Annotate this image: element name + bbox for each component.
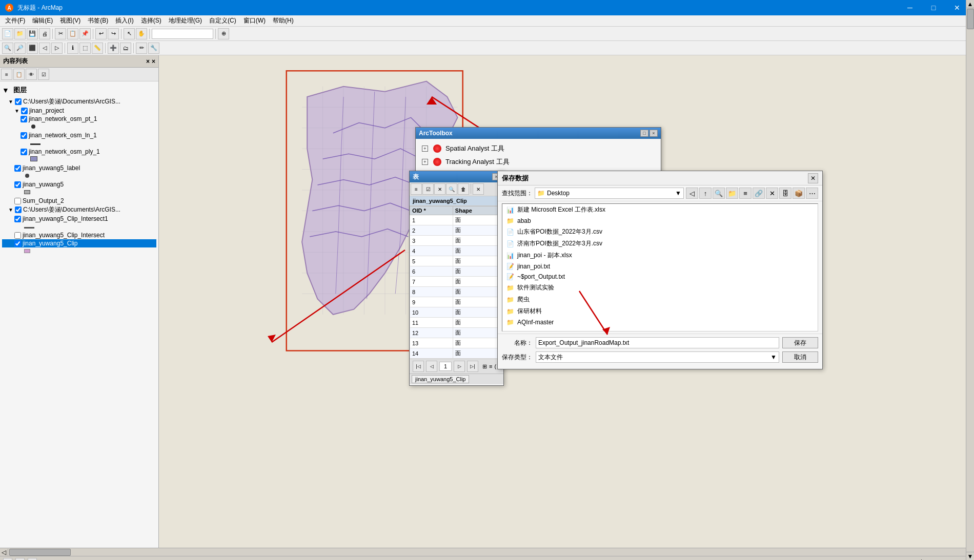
undo-btn[interactable]: ↩ [95, 28, 107, 39]
dialog-disconnect-btn[interactable]: ✕ [766, 188, 778, 199]
pointer-btn[interactable]: ↖ [124, 28, 135, 39]
measure-btn[interactable]: 📏 [92, 43, 103, 54]
file-item-4[interactable]: 📊jinan_poi - 副本.xlsx [502, 250, 818, 261]
arctoolbox-btn[interactable]: 🔧 [148, 43, 159, 54]
scale-input[interactable]: 1:1, 500, 00 [152, 29, 213, 39]
save-dialog-titlebar[interactable]: 保存数据 ✕ [498, 171, 822, 185]
toc-jinan-project[interactable]: ▼ jinan_project [2, 107, 156, 115]
menu-window[interactable]: 窗口(W) [240, 15, 269, 26]
dialog-back-btn[interactable]: ◁ [686, 188, 698, 199]
zoom-full-btn[interactable]: ⊕ [218, 28, 229, 39]
toc-content[interactable]: ▼ 图层 ▼ C:\Users\姜涵\Documents\ArcGIS... ▼… [0, 81, 158, 548]
scrollbar-thumb[interactable] [967, 9, 974, 29]
toc-layer-ply1-checkbox[interactable] [21, 149, 27, 155]
file-item-10[interactable]: 📁AQInf-master [502, 317, 818, 327]
full-extent-btn[interactable]: ⬛ [27, 43, 38, 54]
toc-layer-sum-checkbox[interactable] [14, 198, 21, 204]
toc-list-by-source-btn[interactable]: 📋 [13, 69, 25, 80]
table-zoom-btn[interactable]: 🔍 [446, 183, 457, 195]
col-oid[interactable]: OID * [410, 206, 453, 215]
select-features-btn[interactable]: ⬚ [79, 43, 91, 54]
menu-view[interactable]: 视图(V) [57, 15, 84, 26]
toc-dock-btn[interactable]: × [146, 58, 150, 65]
file-item-0[interactable]: 📊新建 Microsoft Excel 工作表.xlsx [502, 204, 818, 216]
toc-layer-pt1[interactable]: jinan_network_osm_pt_1 [2, 115, 156, 123]
toc-layer-label-checkbox[interactable] [14, 165, 21, 172]
menu-help[interactable]: 帮助(H) [270, 15, 297, 26]
scrollbar-up-btn[interactable]: ▲ [966, 0, 974, 8]
table-prev-btn[interactable]: ◁ [426, 361, 437, 372]
copy-btn[interactable]: 📋 [67, 28, 78, 39]
arctoolbox-titlebar-btns[interactable]: □ × [640, 130, 658, 137]
redo-btn[interactable]: ↪ [108, 28, 119, 39]
scrollbar-down-btn[interactable]: ▼ [966, 552, 974, 560]
toc-layer-pt1-checkbox[interactable] [21, 116, 27, 122]
identify-btn[interactable]: ℹ [67, 43, 78, 54]
toc-list-by-visibility-btn[interactable]: 👁 [26, 69, 37, 80]
toc-layer-sum[interactable]: Sum_Output_2 [2, 197, 156, 205]
menu-bookmark[interactable]: 书签(B) [85, 15, 111, 26]
filename-input[interactable] [536, 337, 779, 348]
table-page-input[interactable] [439, 362, 452, 371]
type-dropdown-arrow[interactable]: ▼ [770, 354, 777, 361]
menu-select[interactable]: 选择(S) [138, 15, 165, 26]
menu-insert[interactable]: 插入(I) [112, 15, 136, 26]
file-item-2[interactable]: 📄山东省POI数据_2022年3月.csv [502, 226, 818, 238]
next-extent-btn[interactable]: ▷ [51, 43, 63, 54]
toc-layer-intersect1[interactable]: jinan_yuwang5_Clip_Intersect1 [2, 215, 156, 223]
location-dropdown-arrow[interactable]: ▼ [675, 190, 681, 197]
scroll-thumb-h[interactable] [9, 549, 71, 556]
dialog-new-folder-btn[interactable]: 📁 [726, 188, 738, 199]
table-options-btn[interactable]: ≡ [411, 183, 422, 195]
arctoolbox-minimize-btn[interactable]: □ [640, 130, 648, 137]
filetype-select[interactable]: 文本文件 ▼ [536, 351, 779, 363]
toc-group-1[interactable]: ▼ C:\Users\姜涵\Documents\ArcGIS... [2, 97, 156, 107]
cut-btn[interactable]: ✂ [55, 28, 66, 39]
vertical-scrollbar[interactable]: ▲ ▼ [966, 0, 974, 560]
toc-layer-clip-checkbox[interactable] [14, 240, 21, 247]
file-item-1[interactable]: 📁abab [502, 216, 818, 226]
pan-btn[interactable]: ✋ [136, 28, 147, 39]
toolbox-item-spatial[interactable]: + Spatial Analyst 工具 [419, 142, 658, 155]
toc-layer-ply1[interactable]: jinan_network_osm_ply_1 [2, 148, 156, 156]
toc-jinan-project-checkbox[interactable] [21, 108, 28, 114]
table-next-btn[interactable]: ▷ [454, 361, 465, 372]
toc-layer-label[interactable]: jinan_yuwang5_label [2, 164, 156, 172]
table-close-btn2[interactable]: ✕ [473, 183, 484, 195]
arctoolbox-close-btn[interactable]: × [650, 130, 658, 137]
map-area[interactable]: ArcToolbox □ × + Spatial Analyst 工具 + Tr… [159, 55, 974, 548]
dialog-view-btn[interactable]: ≡ [739, 188, 752, 199]
horizontal-scrollbar[interactable]: ◁ ▷ [0, 548, 974, 556]
new-btn[interactable]: 📄 [2, 28, 13, 39]
toc-close-btn[interactable]: × [152, 58, 155, 65]
file-item-6[interactable]: 📝~$port_Output.txt [502, 272, 818, 282]
file-item-5[interactable]: 📝jinan_poi.txt [502, 261, 818, 272]
table-list-btn[interactable]: ≡ [489, 363, 492, 369]
status-btn-1[interactable]: ⊕ [3, 558, 12, 561]
dialog-gdb-btn[interactable]: 🗄 [779, 188, 792, 199]
toc-list-by-drawing-btn[interactable]: ≡ [1, 69, 12, 80]
file-item-9[interactable]: 📁保研材料 [502, 305, 818, 317]
file-item-3[interactable]: 📄济南市POI数据_2022年3月.csv [502, 238, 818, 250]
table-titlebar[interactable]: 表 × [410, 171, 503, 182]
cancel-button[interactable]: 取消 [782, 351, 818, 363]
toc-layer-intersect-checkbox[interactable] [14, 232, 21, 239]
toc-list-by-selection-btn[interactable]: ☑ [38, 69, 49, 80]
toc-layer-intersect[interactable]: jinan_yuwang5_Clip_Intersect [2, 231, 156, 239]
table-tab[interactable]: jinan_yuwang5_Clip [412, 375, 469, 383]
file-item-7[interactable]: 📁软件测试实验 [502, 282, 818, 294]
maximize-button[interactable]: □ [922, 0, 945, 15]
dialog-fgdb-btn[interactable]: 📦 [793, 188, 805, 199]
save-button[interactable]: 保存 [782, 337, 818, 348]
menu-geoprocessing[interactable]: 地理处理(G) [166, 15, 205, 26]
menu-edit[interactable]: 编辑(E) [29, 15, 56, 26]
toc-layer-ln1-checkbox[interactable] [21, 132, 27, 139]
open-btn[interactable]: 📁 [14, 28, 26, 39]
add-data-btn[interactable]: ➕ [108, 43, 119, 54]
table-last-btn[interactable]: ▷| [467, 361, 478, 372]
zoom-out-btn[interactable]: 🔎 [14, 43, 26, 54]
toc-layer-yuwang5-checkbox[interactable] [14, 181, 21, 188]
col-shape[interactable]: Shape [453, 206, 503, 215]
toc-layer-intersect1-checkbox[interactable] [14, 216, 21, 222]
toc-layer-yuwang5[interactable]: jinan_yuwang5 [2, 180, 156, 189]
